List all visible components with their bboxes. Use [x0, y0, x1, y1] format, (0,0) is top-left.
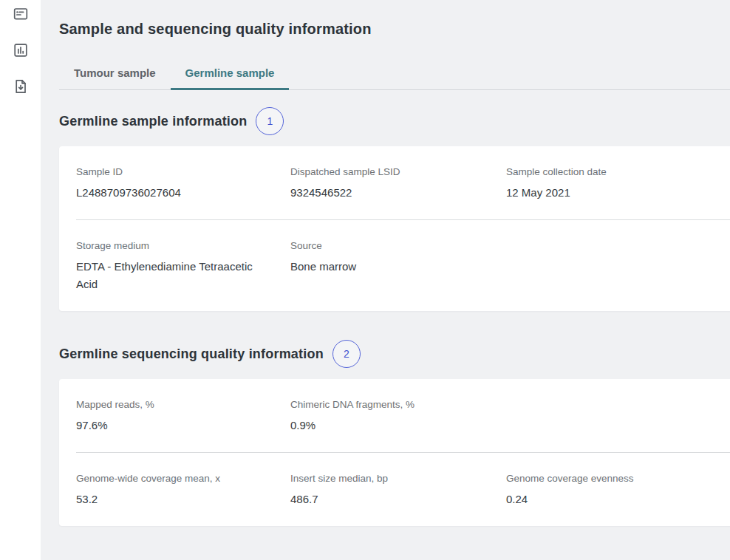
field-chimeric-dna-fragments: Chimeric DNA fragments, % 0.9%: [290, 397, 506, 434]
section-title: Germline sequencing quality information: [59, 345, 324, 363]
sample-info-card: Sample ID L2488709736027604 Dispatched s…: [59, 146, 730, 311]
section-heading-sequencing-quality: Germline sequencing quality information …: [59, 339, 730, 369]
field-label: Genome coverage evenness: [506, 471, 730, 485]
card-row: Mapped reads, % 97.6% Chimeric DNA fragm…: [76, 379, 730, 452]
tab-tumour-sample[interactable]: Tumour sample: [59, 58, 171, 90]
field-value: Bone marrow: [290, 258, 488, 276]
field-label: Chimeric DNA fragments, %: [290, 397, 488, 412]
field-empty: [506, 397, 730, 434]
field-value: 486.7: [290, 491, 488, 508]
field-empty: [506, 239, 730, 293]
sequencing-quality-card: Mapped reads, % 97.6% Chimeric DNA fragm…: [59, 379, 730, 526]
field-dispatched-sample-lsid: Dispatched sample LSID 9324546522: [290, 165, 506, 202]
section-heading-sample-info: Germline sample information 1: [59, 106, 730, 136]
field-label: Genome-wide coverage mean, x: [76, 471, 273, 485]
field-sample-id: Sample ID L2488709736027604: [76, 165, 290, 202]
file-download-icon[interactable]: [11, 77, 30, 96]
step-badge-1: 1: [256, 107, 284, 135]
field-value: 97.6%: [76, 417, 273, 434]
field-label: Dispatched sample LSID: [290, 165, 488, 179]
icon-sidebar: [0, 0, 41, 560]
field-value: EDTA - Ethylenediamine Tetraacetic Acid: [76, 258, 273, 293]
field-label: Mapped reads, %: [76, 397, 273, 412]
section-title: Germline sample information: [59, 112, 247, 130]
main-content: Sample and sequencing quality informatio…: [41, 0, 730, 560]
card-row: Storage medium EDTA - Ethylenediamine Te…: [76, 219, 730, 311]
field-value: 12 May 2021: [506, 184, 730, 202]
page-title: Sample and sequencing quality informatio…: [59, 19, 730, 38]
report-details-icon[interactable]: [11, 4, 30, 24]
bottom-spacer: [59, 526, 730, 560]
field-label: Sample ID: [76, 165, 273, 179]
step-badge-2: 2: [332, 340, 361, 368]
sample-tabs: Tumour sample Germline sample: [59, 58, 730, 90]
field-genome-wide-coverage-mean: Genome-wide coverage mean, x 53.2: [76, 471, 290, 508]
field-label: Insert size median, bp: [290, 471, 488, 485]
field-sample-collection-date: Sample collection date 12 May 2021: [506, 165, 730, 202]
bar-chart-icon[interactable]: [11, 41, 30, 60]
field-label: Storage medium: [76, 239, 273, 253]
field-mapped-reads: Mapped reads, % 97.6%: [76, 397, 290, 434]
card-row: Sample ID L2488709736027604 Dispatched s…: [76, 146, 730, 219]
field-insert-size-median: Insert size median, bp 486.7: [290, 471, 506, 508]
field-value: 0.24: [506, 491, 730, 508]
tab-germline-sample[interactable]: Germline sample: [171, 58, 290, 90]
field-value: 53.2: [76, 491, 273, 508]
field-genome-coverage-evenness: Genome coverage evenness 0.24: [506, 471, 730, 508]
field-value: 9324546522: [290, 184, 488, 202]
field-value: 0.9%: [290, 417, 488, 434]
field-label: Sample collection date: [506, 165, 730, 179]
card-row: Genome-wide coverage mean, x 53.2 Insert…: [76, 452, 730, 526]
field-storage-medium: Storage medium EDTA - Ethylenediamine Te…: [76, 239, 290, 293]
field-value: L2488709736027604: [76, 184, 273, 202]
field-source: Source Bone marrow: [290, 239, 506, 293]
field-label: Source: [290, 239, 488, 253]
